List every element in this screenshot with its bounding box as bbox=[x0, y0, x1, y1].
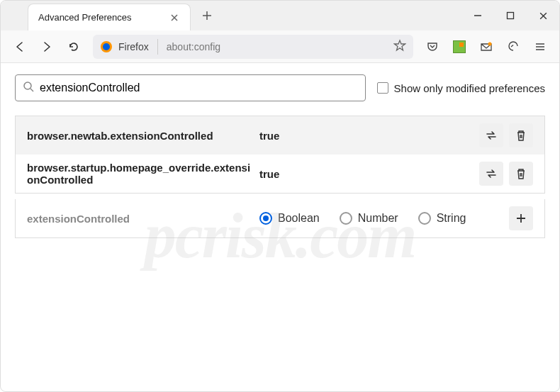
checkbox-label-text: Show only modified preferences bbox=[394, 82, 545, 94]
svg-rect-0 bbox=[508, 13, 514, 19]
prefs-table: browser.newtab.extensionControlled true … bbox=[15, 116, 545, 194]
close-tab-icon[interactable] bbox=[169, 12, 180, 23]
new-pref-row: extensionControlled Boolean Number Strin… bbox=[15, 199, 545, 238]
bookmark-star-icon[interactable] bbox=[393, 39, 406, 55]
radio-number[interactable]: Number bbox=[340, 212, 398, 225]
radio-icon bbox=[418, 212, 431, 225]
tab-title: Advanced Preferences bbox=[38, 12, 132, 23]
pref-value: true bbox=[259, 130, 474, 142]
search-input[interactable] bbox=[40, 82, 358, 94]
pref-name: browser.startup.homepage_override.extens… bbox=[27, 162, 254, 186]
search-box[interactable] bbox=[15, 74, 366, 101]
pocket-icon[interactable] bbox=[420, 35, 444, 59]
nav-toolbar: Firefox about:config bbox=[1, 30, 559, 63]
back-button[interactable] bbox=[8, 35, 32, 59]
delete-button[interactable] bbox=[509, 162, 533, 186]
browser-tab[interactable]: Advanced Preferences bbox=[28, 4, 191, 30]
pref-row: browser.newtab.extensionControlled true bbox=[16, 116, 544, 155]
new-tab-button[interactable] bbox=[196, 5, 218, 26]
new-pref-name: extensionControlled bbox=[27, 213, 254, 225]
reload-button[interactable] bbox=[62, 35, 86, 59]
radio-label: String bbox=[437, 212, 466, 225]
checkbox-icon bbox=[377, 82, 388, 94]
svg-point-4 bbox=[24, 82, 31, 89]
extension-icon[interactable] bbox=[447, 35, 471, 59]
url-text: about:config bbox=[167, 41, 388, 52]
svg-point-2 bbox=[103, 43, 110, 50]
mail-icon[interactable] bbox=[474, 35, 498, 59]
radio-label: Boolean bbox=[278, 212, 320, 225]
maximize-button[interactable] bbox=[494, 1, 527, 30]
radio-label: Number bbox=[358, 212, 398, 225]
show-modified-checkbox[interactable]: Show only modified preferences bbox=[377, 82, 545, 94]
url-bar[interactable]: Firefox about:config bbox=[93, 35, 413, 59]
pref-row: browser.startup.homepage_override.extens… bbox=[16, 155, 544, 193]
type-radio-group: Boolean Number String bbox=[259, 212, 503, 225]
firefox-logo-icon bbox=[100, 40, 113, 53]
radio-string[interactable]: String bbox=[418, 212, 466, 225]
toggle-button[interactable] bbox=[479, 123, 503, 147]
pref-value: true bbox=[259, 168, 474, 180]
url-separator bbox=[157, 39, 158, 55]
delete-button[interactable] bbox=[509, 123, 533, 147]
pref-name: browser.newtab.extensionControlled bbox=[27, 130, 254, 142]
urlbar-label: Firefox bbox=[118, 41, 149, 52]
svg-point-3 bbox=[488, 42, 492, 45]
radio-icon bbox=[340, 212, 352, 225]
add-button[interactable] bbox=[509, 206, 533, 230]
toggle-button[interactable] bbox=[479, 162, 503, 186]
close-window-button[interactable] bbox=[527, 1, 559, 30]
shield-icon[interactable] bbox=[501, 35, 525, 59]
forward-button[interactable] bbox=[35, 35, 59, 59]
minimize-button[interactable] bbox=[461, 1, 494, 30]
radio-icon bbox=[259, 212, 272, 225]
content-area: Show only modified preferences browser.n… bbox=[1, 63, 559, 250]
menu-button[interactable] bbox=[528, 35, 552, 59]
radio-boolean[interactable]: Boolean bbox=[259, 212, 320, 225]
search-icon bbox=[23, 81, 34, 95]
titlebar: Advanced Preferences bbox=[1, 1, 559, 30]
